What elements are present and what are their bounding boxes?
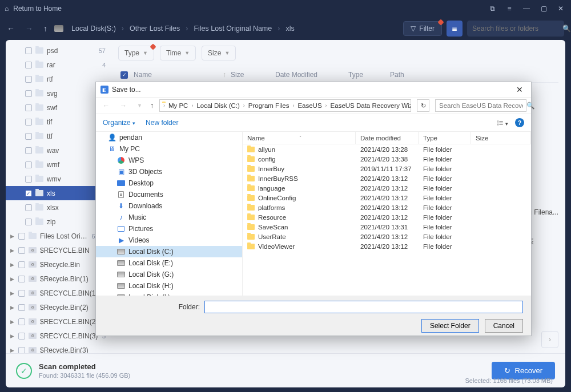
expand-icon[interactable]: ▶ [10, 248, 14, 253]
tree-item-pictures[interactable]: Pictures [96, 223, 242, 235]
search-icon[interactable]: 🔍 [526, 102, 534, 110]
expand-icon[interactable]: ▶ [10, 305, 14, 310]
nav-forward-icon[interactable]: → [25, 24, 33, 33]
sidebar-checkbox[interactable] [25, 119, 32, 126]
sidebar-checkbox[interactable] [25, 204, 32, 211]
cancel-button[interactable]: Cancel [485, 319, 523, 333]
maximize-icon[interactable]: ▢ [538, 5, 549, 13]
tree-item-desktop[interactable]: Desktop [96, 177, 242, 189]
tree-item-downloads[interactable]: ⬇Downloads [96, 200, 242, 212]
sidebar-checkbox[interactable] [18, 233, 25, 240]
col-size-label[interactable]: Size [231, 71, 271, 79]
dialog-search-input[interactable] [439, 102, 523, 109]
search-input-wrap[interactable]: 🔍 [467, 21, 564, 37]
sidebar-checkbox[interactable] [25, 219, 32, 225]
tree-item-localdiskc[interactable]: Local Disk (C:) [96, 246, 242, 257]
tree-item-localdiskg[interactable]: Local Disk (G:) [96, 269, 242, 280]
help-button[interactable]: ? [515, 118, 524, 127]
sidebar-checkbox[interactable] [25, 176, 32, 183]
col-type-label[interactable]: Type [348, 71, 385, 79]
dialog-tree[interactable]: 👤pendan🖥My PCWPS▣3D ObjectsDesktopDocume… [96, 132, 243, 296]
path-seg-4[interactable]: EaseUS Data Recovery Wizard [328, 102, 411, 109]
list-item[interactable]: config 2021/4/20 13:38 File folder [243, 154, 531, 164]
list-item[interactable]: Resource 2021/4/20 13:12 File folder [243, 212, 531, 222]
sidebar-checkbox[interactable] [18, 347, 25, 354]
tree-item-videos[interactable]: ▶Videos [96, 235, 242, 246]
sidebar-checkbox[interactable] [18, 247, 25, 254]
share-icon[interactable]: ⧉ [486, 5, 498, 13]
tree-item-localdiskh[interactable]: Local Disk (H:) [96, 280, 242, 292]
expand-icon[interactable]: ▶ [10, 262, 14, 268]
tree-item-pendan[interactable]: 👤pendan [96, 132, 242, 143]
sidebar-checkbox[interactable] [25, 161, 32, 168]
mlh-type[interactable]: Type [419, 132, 471, 144]
list-item[interactable]: VideoViewer 2021/4/20 13:12 File folder [243, 241, 531, 251]
sidebar-checkbox[interactable] [25, 76, 32, 83]
sidebar-checkbox[interactable] [25, 190, 32, 197]
col-name-label[interactable]: Name [134, 71, 152, 79]
expand-icon[interactable]: ▶ [10, 347, 14, 353]
dialog-recent-button[interactable]: ▼ [135, 103, 144, 108]
select-all-checkbox[interactable]: ✓ [120, 71, 128, 79]
folder-input[interactable] [204, 301, 523, 313]
list-item[interactable]: aliyun 2021/4/20 13:28 File folder [243, 144, 531, 154]
expand-icon[interactable]: ▶ [10, 333, 14, 339]
mlh-date[interactable]: Date modified [356, 132, 419, 144]
dialog-refresh-button[interactable]: ↻ [417, 99, 429, 112]
tree-item-documents[interactable]: Documents [96, 189, 242, 200]
sidebar-item-psd[interactable]: psd 57 [6, 43, 111, 58]
expand-icon[interactable]: ▶ [10, 233, 14, 239]
chip-size[interactable]: Size ▼ [202, 46, 236, 60]
select-folder-button[interactable]: Select Folder [421, 319, 479, 333]
sidebar-checkbox[interactable] [25, 62, 32, 68]
sidebar-checkbox[interactable] [18, 261, 25, 268]
tree-item-wps[interactable]: WPS [96, 155, 242, 166]
expand-icon[interactable]: ▶ [10, 276, 14, 282]
expand-icon[interactable]: ▶ [10, 319, 14, 325]
organize-button[interactable]: Organize ▾ [103, 119, 135, 127]
search-input[interactable] [472, 25, 558, 33]
menu-icon[interactable]: ≡ [504, 5, 515, 13]
nav-up-icon[interactable]: ↑ [43, 24, 47, 33]
sidebar-checkbox[interactable] [18, 290, 25, 297]
sidebar-checkbox[interactable] [18, 318, 25, 325]
bc-seg-0[interactable]: Local Disk(S:) [71, 25, 116, 33]
preview-next-button[interactable]: › [541, 331, 558, 348]
chip-type[interactable]: Type ▼ [118, 46, 154, 60]
col-date-label[interactable]: Date Modified [275, 71, 344, 79]
chip-time[interactable]: Time ▼ [160, 46, 196, 60]
dialog-list-body[interactable]: aliyun 2021/4/20 13:28 File folder confi… [243, 144, 531, 296]
expand-icon[interactable]: ▶ [10, 290, 14, 296]
list-item[interactable]: language 2021/4/20 13:12 File folder [243, 183, 531, 193]
col-path-label[interactable]: Path [390, 71, 556, 79]
tree-item-3dobjects[interactable]: ▣3D Objects [96, 166, 242, 177]
sidebar-item-rar[interactable]: rar 4 [6, 58, 111, 72]
list-item[interactable]: platforms 2021/4/20 13:12 File folder [243, 203, 531, 212]
bc-seg-1[interactable]: Other Lost Files [130, 25, 180, 33]
new-folder-button[interactable]: New folder [146, 119, 178, 127]
sidebar-checkbox[interactable] [18, 304, 25, 311]
view-options-button[interactable]: ⁝≡ ▾ [497, 119, 508, 127]
list-item[interactable]: InnerBuy 2019/11/11 17:37 File folder [243, 164, 531, 173]
home-button[interactable]: ⌂ Return to Home [5, 5, 62, 13]
path-seg-3[interactable]: EaseUS [295, 102, 324, 109]
path-seg-2[interactable]: Program Files [246, 102, 292, 109]
sidebar-checkbox[interactable] [25, 133, 32, 140]
list-item[interactable]: UserRate 2021/4/20 13:12 File folder [243, 232, 531, 241]
dialog-path[interactable]: › My PC › Local Disk (C:) › Program File… [159, 99, 411, 112]
sidebar-checkbox[interactable] [18, 333, 25, 340]
view-toggle-button[interactable]: ≣ [447, 21, 463, 37]
dialog-close-button[interactable]: ✕ [513, 85, 526, 94]
bc-seg-3[interactable]: xls [286, 25, 294, 33]
filter-button[interactable]: ▽ Filter [403, 21, 442, 36]
dialog-forward-button[interactable]: → [118, 102, 129, 110]
dialog-up-button[interactable]: ↑ [150, 102, 154, 110]
list-item[interactable]: OnlineConfig 2021/4/20 13:12 File folder [243, 193, 531, 203]
mlh-size[interactable]: Size [471, 132, 531, 144]
sidebar-checkbox[interactable] [25, 104, 32, 111]
close-icon[interactable]: ✕ [555, 5, 566, 13]
list-item[interactable]: SaveScan 2021/4/20 13:31 File folder [243, 222, 531, 232]
tree-item-localdiske[interactable]: Local Disk (E:) [96, 257, 242, 269]
sidebar-checkbox[interactable] [25, 47, 32, 54]
sort-up-icon[interactable]: ↑ [223, 71, 226, 79]
